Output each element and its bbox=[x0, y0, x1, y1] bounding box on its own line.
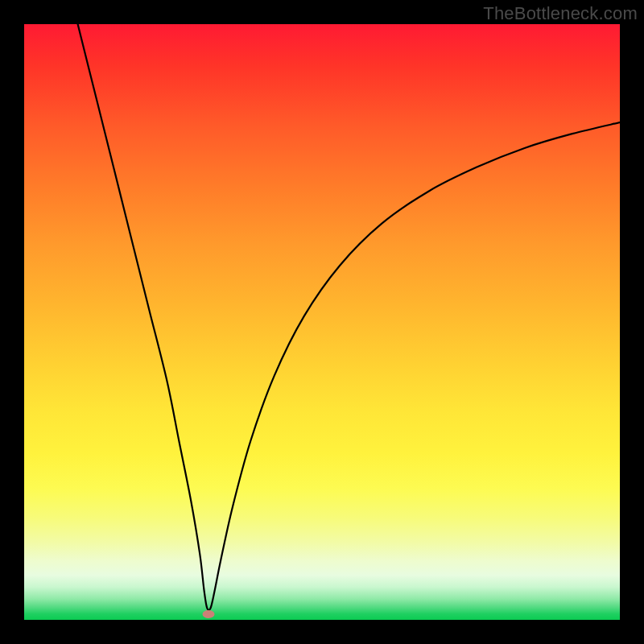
chart-frame: TheBottleneck.com bbox=[0, 0, 644, 644]
plot-area bbox=[24, 24, 620, 620]
minimum-marker bbox=[202, 610, 214, 618]
bottleneck-curve bbox=[78, 24, 620, 610]
watermark-text: TheBottleneck.com bbox=[483, 3, 638, 24]
curve-layer bbox=[24, 24, 620, 620]
